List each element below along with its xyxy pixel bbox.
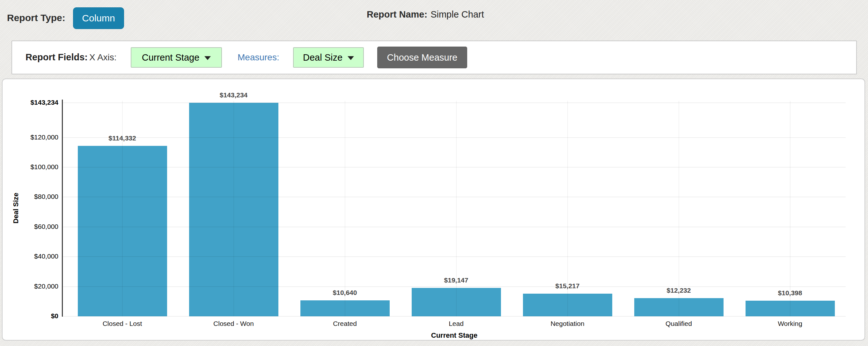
gridline-horizontal (63, 137, 846, 138)
choose-measure-button[interactable]: Choose Measure (377, 47, 467, 68)
y-tick-label: $120,000 (4, 134, 58, 141)
x-axis-field-dropdown[interactable]: Current Stage (131, 47, 222, 68)
bar-value-label: $114,332 (74, 134, 170, 142)
gridline-vertical (234, 101, 234, 316)
x-category-label: Qualified (623, 320, 734, 327)
y-tick-label: $0 (4, 312, 58, 320)
measure-field-value: Deal Size (303, 52, 342, 63)
bar-value-label: $19,147 (408, 277, 504, 284)
y-tick-label: $20,000 (4, 283, 58, 290)
x-category-label: Working (735, 320, 846, 327)
gridline-horizontal (63, 227, 846, 227)
x-category-label: Negotiation (512, 320, 623, 327)
report-name: Report Name:Simple Chart (367, 9, 484, 20)
report-type-column-button[interactable]: Column (73, 7, 124, 29)
gridline-horizontal (63, 256, 846, 257)
gridline-horizontal (63, 167, 846, 168)
gridline-horizontal (63, 197, 846, 197)
x-category-label: Closed - Won (178, 320, 289, 327)
gridline-vertical (345, 101, 345, 316)
report-fields-panel: Report Fields: X Axis: Current Stage Mea… (11, 40, 857, 75)
report-name-label: Report Name: (367, 9, 427, 20)
bar-value-label: $10,640 (297, 289, 393, 296)
x-category-label: Created (289, 320, 401, 327)
bar-value-label: $12,232 (631, 287, 727, 294)
y-tick-label: $143,234 (4, 98, 58, 106)
chart-panel: $0$20,000$40,000$60,000$80,000$100,000$1… (2, 79, 865, 341)
bar-value-label: $143,234 (186, 91, 282, 99)
report-builder-page: { "header": { "report_type_label": "Repo… (0, 0, 868, 346)
measure-field-dropdown[interactable]: Deal Size (293, 47, 364, 68)
y-axis-line (62, 99, 63, 317)
bar-value-label: $15,217 (520, 282, 615, 290)
x-category-label: Closed - Lost (67, 320, 178, 327)
gridline-vertical (790, 101, 790, 316)
gridline-horizontal (63, 286, 846, 287)
x-axis-title: Current Stage (63, 331, 846, 340)
x-axis-label: X Axis: (89, 52, 117, 63)
bar-value-label: $10,398 (742, 289, 838, 297)
gridline-horizontal (63, 316, 846, 317)
caret-down-icon (205, 56, 211, 60)
report-type-label: Report Type: (7, 12, 65, 23)
measures-label: Measures: (238, 52, 279, 63)
gridline-vertical (122, 101, 123, 316)
gridline-vertical (679, 101, 679, 316)
gridline-vertical (456, 101, 457, 316)
x-axis-field-value: Current Stage (142, 52, 199, 63)
report-name-value: Simple Chart (431, 9, 484, 20)
caret-down-icon (348, 56, 354, 60)
y-axis-title: Deal Size (12, 144, 20, 272)
gridline-horizontal (63, 103, 846, 103)
report-fields-label: Report Fields: (26, 52, 88, 63)
x-category-label: Lead (401, 320, 512, 327)
column-chart: $0$20,000$40,000$60,000$80,000$100,000$1… (3, 79, 865, 340)
